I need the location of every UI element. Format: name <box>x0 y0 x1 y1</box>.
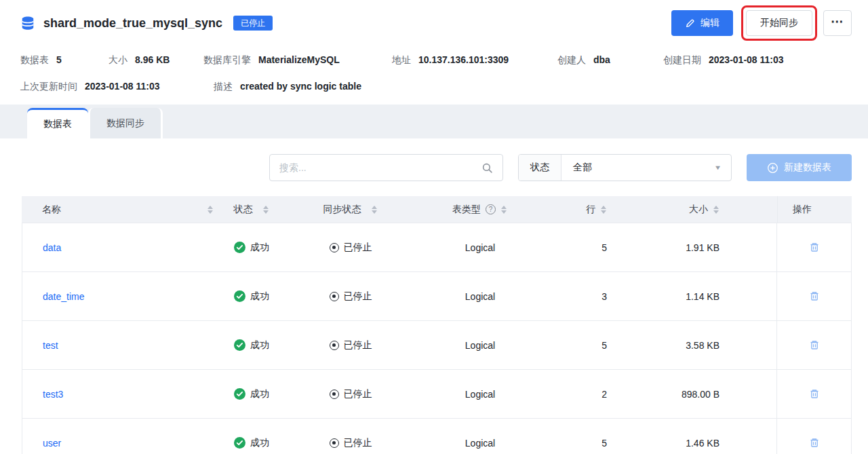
sort-icon[interactable] <box>713 206 719 214</box>
database-icon <box>20 16 35 31</box>
stopped-icon <box>330 390 339 399</box>
success-icon <box>234 388 245 400</box>
delete-icon[interactable] <box>809 339 820 351</box>
page-title: shard_mode_true_mysql_sync <box>43 16 222 31</box>
row-count: 3 <box>545 291 619 302</box>
table-type: Logical <box>416 389 545 400</box>
delete-icon[interactable] <box>809 242 820 253</box>
sync-status-text: 已停止 <box>344 290 372 303</box>
status-text: 成功 <box>250 437 269 449</box>
table-name-link[interactable]: data <box>43 242 61 253</box>
stopped-icon <box>330 341 339 350</box>
stopped-icon <box>330 292 339 301</box>
sync-status-text: 已停止 <box>344 388 372 400</box>
sort-icon[interactable] <box>263 206 269 214</box>
search-box[interactable] <box>269 154 503 181</box>
annotation-highlight: 开始同步 <box>741 5 817 41</box>
meta-created-date: 创建日期 2023-01-08 11:03 <box>663 54 784 67</box>
column-header-rows: 行 <box>544 204 618 216</box>
table-row: data 成功 已停止 Logical 5 1.91 KB <box>22 223 851 272</box>
tab-bar: 数据表 数据同步 <box>0 105 868 138</box>
meta-table-count: 数据表 5 <box>20 54 108 67</box>
table-type: Logical <box>416 242 545 253</box>
table-name-link[interactable]: user <box>43 438 61 449</box>
table-row: test3 成功 已停止 Logical 2 898.00 B <box>22 370 851 419</box>
chevron-down-icon: ▼ <box>714 164 722 171</box>
status-text: 成功 <box>250 242 269 254</box>
title-row: shard_mode_true_mysql_sync 已停止 编辑 开始同步 ⋯ <box>20 6 852 40</box>
search-input[interactable] <box>279 162 476 173</box>
delete-icon[interactable] <box>809 388 820 400</box>
database-detail-page: { "header": { "title": "shard_mode_true_… <box>0 0 868 454</box>
row-count: 5 <box>545 242 619 253</box>
table-size: 1.14 KB <box>619 291 728 302</box>
meta-creator: 创建人 dba <box>557 54 663 67</box>
sort-icon[interactable] <box>501 206 507 214</box>
status-text: 成功 <box>250 290 269 303</box>
table-row: test 成功 已停止 Logical 5 3.58 KB <box>22 321 851 370</box>
help-icon[interactable]: ? <box>486 204 496 214</box>
column-header-table-type: 表类型 ? <box>415 204 544 216</box>
success-icon <box>234 339 245 351</box>
column-header-sync-status: 同步状态 <box>285 204 415 216</box>
create-table-button[interactable]: 新建数据表 <box>747 154 852 181</box>
table-size: 1.46 KB <box>619 438 728 449</box>
column-header-actions: 操作 <box>777 196 852 223</box>
more-actions-button[interactable]: ⋯ <box>823 10 852 36</box>
table-type: Logical <box>416 340 545 351</box>
delete-icon[interactable] <box>809 290 820 302</box>
table-type: Logical <box>416 291 545 302</box>
tab-data-sync[interactable]: 数据同步 <box>88 108 163 138</box>
pencil-icon <box>685 18 695 29</box>
plus-circle-icon <box>767 162 778 174</box>
meta-address: 地址 10.137.136.101:3309 <box>392 54 557 67</box>
status-text: 成功 <box>250 339 269 352</box>
status-text: 成功 <box>250 388 269 400</box>
table-size: 898.00 B <box>619 389 728 400</box>
sort-icon[interactable] <box>601 206 606 214</box>
table-name-link[interactable]: test <box>43 340 58 351</box>
table-name-link[interactable]: date_time <box>43 291 84 302</box>
status-filter: 状态 全部 ▼ <box>518 154 732 181</box>
sync-status-text: 已停止 <box>344 242 372 254</box>
start-sync-button[interactable]: 开始同步 <box>746 10 812 36</box>
page-header: shard_mode_true_mysql_sync 已停止 编辑 开始同步 ⋯… <box>0 6 868 93</box>
meta-last-updated: 上次更新时间 2023-01-08 11:03 <box>20 81 214 93</box>
table-body: data 成功 已停止 Logical 5 1.91 KB date_time … <box>22 223 852 454</box>
edit-button[interactable]: 编辑 <box>671 10 733 36</box>
meta-size: 大小 8.96 KB <box>108 54 203 67</box>
row-count: 5 <box>545 438 619 449</box>
delete-icon[interactable] <box>809 437 820 449</box>
meta-description: 描述 created by sync logic table <box>214 81 361 93</box>
table-name-link[interactable]: test3 <box>43 389 63 400</box>
edit-button-label: 编辑 <box>701 17 719 29</box>
data-table: 名称 状态 同步状态 表类型 ? 行 大小 操作 da <box>22 196 852 454</box>
meta-engine: 数据库引擎 MaterializeMySQL <box>203 54 392 67</box>
create-table-button-label: 新建数据表 <box>784 162 831 174</box>
sync-status-text: 已停止 <box>344 339 372 352</box>
status-filter-select[interactable]: 全部 ▼ <box>561 155 731 181</box>
sort-icon[interactable] <box>208 206 213 214</box>
success-icon <box>234 437 245 449</box>
status-filter-value: 全部 <box>573 162 592 174</box>
status-badge: 已停止 <box>233 16 273 31</box>
meta-row-1: 数据表 5 大小 8.96 KB 数据库引擎 MaterializeMySQL … <box>20 54 852 67</box>
meta-row-2: 上次更新时间 2023-01-08 11:03 描述 created by sy… <box>20 81 852 93</box>
column-header-name: 名称 <box>22 204 217 216</box>
row-count: 2 <box>545 389 619 400</box>
table-size: 3.58 KB <box>619 340 728 351</box>
success-icon <box>234 242 245 253</box>
table-type: Logical <box>416 438 545 449</box>
row-count: 5 <box>545 340 619 351</box>
sync-status-text: 已停止 <box>344 437 372 449</box>
table-row: date_time 成功 已停止 Logical 3 1.14 KB <box>22 272 851 321</box>
status-filter-label: 状态 <box>519 155 561 181</box>
table-size: 1.91 KB <box>619 242 728 253</box>
table-toolbar: 状态 全部 ▼ 新建数据表 <box>0 154 852 181</box>
sort-icon[interactable] <box>372 206 377 214</box>
table-row: user 成功 已停止 Logical 5 1.46 KB <box>22 419 851 454</box>
search-icon <box>481 162 493 174</box>
tab-data-tables[interactable]: 数据表 <box>27 108 88 138</box>
column-header-size: 大小 <box>618 204 727 216</box>
stopped-icon <box>330 243 339 252</box>
